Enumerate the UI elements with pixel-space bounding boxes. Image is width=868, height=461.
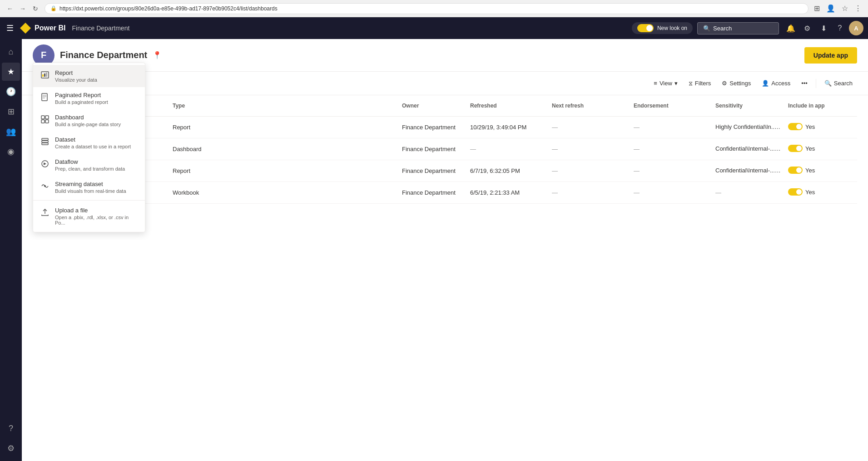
streaming-item-desc: Build visuals from real-time data [55, 188, 126, 194]
toolbar-divider [816, 79, 816, 88]
sidebar-item-apps[interactable]: ⊞ [2, 103, 20, 121]
toolbar: + New ▾ ≡ View ▾ ⧖ Filters ⚙ Settings [22, 72, 868, 95]
dashboard-icon [40, 115, 50, 124]
settings-button[interactable]: ⚙ Settings [717, 77, 755, 90]
row3-toggle-label: Yes [805, 189, 815, 196]
row3-next-refresh: — [548, 186, 630, 200]
row2-toggle-switch[interactable] [788, 167, 803, 174]
topnav-search[interactable]: 🔍 Search [697, 22, 779, 34]
col-owner[interactable]: Owner [398, 99, 466, 113]
search-button[interactable]: 🔍 Search [820, 78, 857, 89]
col-endorsement[interactable]: Endorsement [630, 99, 712, 113]
col-type[interactable]: Type [169, 99, 398, 113]
sidebar: ⌂ ★ 🕐 ⊞ 👥 ◉ ? ⚙ [0, 39, 22, 461]
workspace-title: Finance Department [60, 50, 147, 60]
svg-rect-14 [42, 143, 48, 145]
extensions-icon[interactable]: ⊞ [812, 3, 822, 14]
dashboard-item-text: Dashboard Build a single-page data story [55, 114, 121, 127]
sidebar-item-settings[interactable]: ⚙ [2, 439, 20, 457]
more-button[interactable]: ••• [797, 77, 812, 90]
row1-include: Yes [784, 141, 857, 157]
table-row[interactable]: 📊 Finance Report Report Finance Departme… [33, 160, 857, 182]
row0-toggle-label: Yes [805, 123, 815, 130]
star-icon[interactable]: ☆ [840, 3, 850, 14]
row3-toggle[interactable]: Yes [788, 188, 815, 196]
row1-endorsement: — [630, 142, 712, 156]
svg-rect-13 [42, 141, 48, 142]
search-placeholder: Search [713, 25, 732, 32]
dropdown-item-dataflow[interactable]: Dataflow Prep, clean, and transform data [33, 154, 145, 176]
profile-icon[interactable]: 👤 [824, 3, 837, 14]
help-button[interactable]: ? [833, 21, 847, 35]
row1-toggle[interactable]: Yes [788, 145, 815, 152]
refresh-button[interactable]: ↻ [30, 3, 41, 14]
row1-refreshed: — [466, 142, 548, 156]
row3-owner: Finance Department [398, 186, 466, 200]
hamburger-button[interactable]: ☰ [5, 21, 15, 35]
streaming-icon [40, 181, 50, 191]
dropdown-item-streaming[interactable]: Streaming dataset Build visuals from rea… [33, 176, 145, 198]
sidebar-item-favorites[interactable]: ★ [2, 63, 20, 81]
col-next-refresh[interactable]: Next refresh [548, 99, 630, 113]
dropdown-item-upload[interactable]: Upload a file Open a .pbix, .rdl, .xlsx,… [33, 202, 145, 230]
report-item-text: Report Visualize your data [55, 69, 97, 83]
filters-button[interactable]: ⧖ Filters [684, 77, 715, 90]
table-area: Type Owner Refreshed Next refresh Endors… [22, 95, 868, 204]
row3-toggle-switch[interactable] [788, 188, 803, 196]
paginated-item-desc: Build a paginated report [55, 99, 108, 105]
upload-item-desc: Open a .pbix, .rdl, .xlsx, or .csv in Po… [55, 215, 138, 226]
sidebar-item-shared[interactable]: 👥 [2, 123, 20, 141]
table-header: Type Owner Refreshed Next refresh Endors… [33, 95, 857, 117]
dropdown-item-dataset[interactable]: Dataset Create a dataset to use in a rep… [33, 132, 145, 154]
paginated-item-text: Paginated Report Build a paginated repor… [55, 92, 108, 105]
row0-toggle-switch[interactable] [788, 123, 803, 130]
row2-toggle[interactable]: Yes [788, 167, 815, 174]
pbi-logo[interactable]: Power BI [20, 23, 65, 34]
sidebar-item-learn[interactable]: ? [2, 419, 20, 437]
dropdown-separator [33, 200, 145, 201]
content-area: F Finance Department 📍 Update app + New … [22, 39, 868, 461]
browser-icons: ⊞ 👤 ☆ ⋮ [812, 3, 863, 14]
access-button[interactable]: 👤 Access [757, 77, 795, 90]
row0-toggle[interactable]: Yes [788, 123, 815, 130]
col-refreshed[interactable]: Refreshed [466, 99, 548, 113]
col-include[interactable]: Include in app [784, 99, 857, 113]
update-app-button[interactable]: Update app [804, 47, 857, 64]
view-button[interactable]: ≡ View ▾ [649, 77, 682, 90]
report-item-title: Report [55, 69, 97, 76]
svg-rect-2 [44, 74, 45, 77]
dropdown-item-dashboard[interactable]: Dashboard Build a single-page data story [33, 109, 145, 132]
main-layout: ⌂ ★ 🕐 ⊞ 👥 ◉ ? ⚙ F Finance Department 📍 U… [0, 39, 868, 461]
back-button[interactable]: ← [5, 3, 15, 14]
sidebar-item-metrics[interactable]: ◉ [2, 142, 20, 161]
row1-toggle-switch[interactable] [788, 145, 803, 152]
table-row[interactable]: 📋 Sales and Returns Dashboard Finance De… [33, 138, 857, 160]
settings-button[interactable]: ⚙ [800, 21, 814, 35]
svg-rect-1 [42, 74, 44, 77]
dropdown-item-report[interactable]: Report Visualize your data [33, 65, 145, 87]
table-row[interactable]: 📗 Financial Sample Workbook Finance Depa… [33, 182, 857, 204]
upload-item-title: Upload a file [55, 207, 138, 214]
row3-include: Yes [784, 185, 857, 201]
download-button[interactable]: ⬇ [816, 21, 831, 35]
paginated-item-title: Paginated Report [55, 92, 108, 98]
new-look-toggle[interactable]: New look on [632, 22, 693, 34]
more-icon[interactable]: ⋮ [853, 3, 863, 14]
forward-button[interactable]: → [17, 3, 28, 14]
row2-type: Report [169, 164, 398, 178]
new-look-switch[interactable] [637, 24, 654, 32]
settings-label: Settings [729, 80, 751, 87]
table-row[interactable]: 📊 Store Sales - New Report Finance Depar… [33, 117, 857, 138]
notifications-button[interactable]: 🔔 [784, 21, 798, 35]
report-icon [40, 70, 50, 79]
workspace-header: F Finance Department 📍 Update app [22, 39, 868, 72]
sidebar-item-home[interactable]: ⌂ [2, 43, 20, 61]
row0-next-refresh: — [548, 120, 630, 134]
user-avatar[interactable]: A [849, 21, 863, 35]
col-sensitivity[interactable]: Sensitivity [712, 99, 784, 113]
dropdown-item-paginated[interactable]: Paginated Report Build a paginated repor… [33, 87, 145, 109]
dataset-item-desc: Create a dataset to use in a report [55, 144, 131, 149]
address-bar[interactable]: 🔒 https://dxt.powerbi.com/groups/80e26d0… [45, 3, 808, 14]
sidebar-item-recent[interactable]: 🕐 [2, 83, 20, 101]
workspace-pin-icon[interactable]: 📍 [153, 51, 162, 59]
